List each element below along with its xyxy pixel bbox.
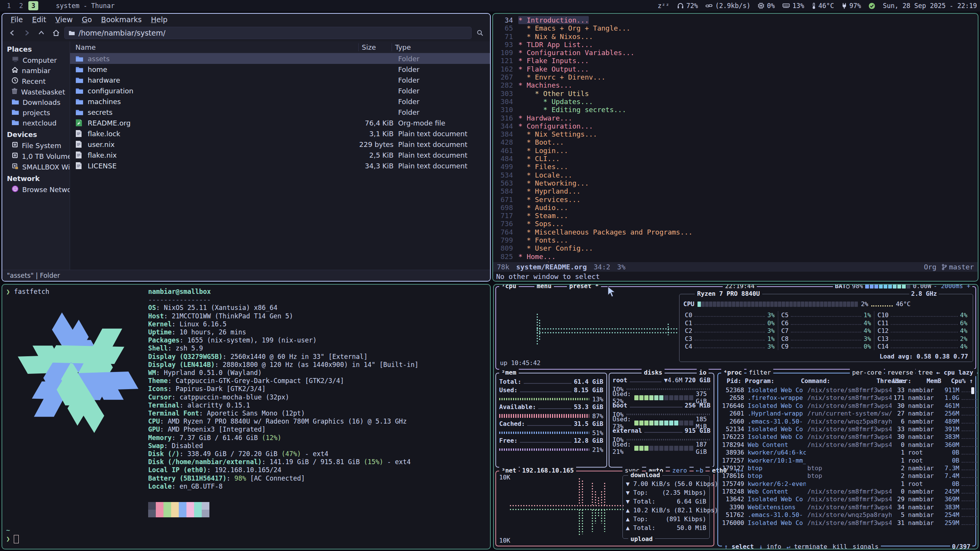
palette-swatch bbox=[194, 502, 202, 510]
path-bar[interactable]: /home/nambiar/system/ bbox=[64, 27, 472, 39]
col-command[interactable]: Command: bbox=[801, 377, 877, 385]
tab-mem[interactable]: ²mem bbox=[499, 369, 519, 376]
file-row-assets[interactable]: assetsFolder bbox=[70, 53, 490, 64]
tab-preset[interactable]: preset * bbox=[567, 284, 601, 290]
mem-meter-row: 87% bbox=[499, 412, 603, 420]
process-row-52134[interactable]: 52134Isolated Web Co/nix/store/sm8fmrf3w… bbox=[720, 425, 970, 433]
process-row-38936[interactable]: 38936kworker/u64:6-kc1root0B0.0 bbox=[720, 449, 970, 456]
file-row-LICENSE[interactable]: LICENSE34,3 KiBPlain text document bbox=[70, 160, 490, 171]
meter-block bbox=[732, 302, 735, 307]
sidebar-item-computer[interactable]: Computer bbox=[2, 55, 70, 65]
forward-button[interactable] bbox=[21, 27, 33, 39]
column-name[interactable]: Name bbox=[70, 43, 358, 51]
process-row-13642[interactable]: 13642Isolated Web Co/nix/store/sm8fmrf3w… bbox=[720, 496, 970, 503]
sidebar-item-1-0-tb-volume[interactable]: 1,0 TB Volume bbox=[2, 151, 70, 161]
process-row-2601[interactable]: 2601.Hyprland-wrapp/run/current-system/s… bbox=[720, 410, 970, 417]
menu-go[interactable]: Go bbox=[78, 15, 96, 24]
workspace-2[interactable]: 2 bbox=[16, 1, 26, 10]
process-row-178616[interactable]: 178616btopbtop2nambiar7.4M0.0 bbox=[720, 472, 970, 480]
menu-bookmarks[interactable]: Bookmarks bbox=[97, 15, 145, 24]
process-row-175749[interactable]: 175749kworker/6:2-even1root0B0.0 bbox=[720, 480, 970, 488]
tab-reverse[interactable]: reverse bbox=[885, 369, 915, 376]
file-row-README.org[interactable]: README.org76,4 KiBOrg-mode file bbox=[70, 117, 490, 128]
file-row-secrets[interactable]: secretsFolder bbox=[70, 107, 490, 117]
footer-select[interactable]: ↑ select bbox=[724, 543, 754, 549]
fastfetch-label: Shell bbox=[148, 344, 168, 352]
sidebar-item-projects[interactable]: projects bbox=[2, 108, 70, 118]
colon: : bbox=[180, 401, 187, 409]
process-row-179127[interactable]: 179127btopbtop2nambiar7.3M0.0 bbox=[720, 465, 970, 472]
file-row-home[interactable]: homeFolder bbox=[70, 64, 490, 75]
col-memb[interactable]: MemB bbox=[924, 377, 941, 385]
col-pid[interactable]: Pid: bbox=[720, 377, 742, 385]
col-threads[interactable]: Threads: bbox=[877, 377, 890, 385]
process-row-176223[interactable]: 176223Isolated Web Co/nix/store/sm8fmrf3… bbox=[720, 433, 970, 441]
process-row-178294[interactable]: 178294Web Content/nix/store/sm8fmrf3wps4… bbox=[720, 441, 970, 449]
cpu-status: 0% bbox=[758, 2, 774, 10]
proc-scrollbar[interactable] bbox=[971, 387, 974, 394]
file-row-configuration[interactable]: configurationFolder bbox=[70, 85, 490, 96]
sidebar-item-downloads[interactable]: Downloads bbox=[2, 97, 70, 108]
menu-file[interactable]: File bbox=[7, 15, 27, 24]
meter-block bbox=[763, 302, 766, 307]
menu-help[interactable]: Help bbox=[147, 15, 171, 24]
tab-proc[interactable]: ⁴proc bbox=[721, 369, 744, 376]
proc-command: /run/current-system/sw/ bbox=[807, 410, 892, 417]
workspace-1[interactable]: 1 bbox=[4, 1, 14, 10]
sidebar-item-nextcloud[interactable]: nextcloud bbox=[2, 118, 70, 128]
workspace-3[interactable]: 3 bbox=[28, 1, 38, 10]
process-row-177257[interactable]: 177257kworker/10:1-mm_1root0B0.0 bbox=[720, 457, 970, 465]
tab-tree[interactable]: tree bbox=[916, 369, 935, 376]
file-row-flake.nix[interactable]: flake.nix2,5 KiBPlain text document bbox=[70, 150, 490, 160]
file-row-flake.lock[interactable]: flake.lock3,1 KiBPlain text document bbox=[70, 128, 490, 139]
tab-cpu[interactable]: ¹cpu bbox=[499, 284, 519, 290]
footer-signals[interactable]: signals bbox=[853, 543, 878, 549]
process-row-176646[interactable]: 176646Isolated Web Co/nix/store/sm8fmrf3… bbox=[720, 402, 970, 410]
sidebar-item-file-system[interactable]: File System bbox=[2, 140, 70, 151]
footer-terminate[interactable]: ↵ terminate bbox=[787, 543, 827, 549]
tab-net[interactable]: ³net bbox=[499, 467, 519, 474]
process-row-176000[interactable]: 176000Isolated Web Co/nix/store/sm8fmrf3… bbox=[720, 519, 970, 527]
back-button[interactable] bbox=[6, 27, 18, 39]
tab-io[interactable]: io bbox=[697, 369, 709, 376]
process-row-52368[interactable]: 52368Isolated Web Co/nix/store/sm8fmrf3w… bbox=[720, 386, 970, 394]
tab-menu[interactable]: menu bbox=[534, 284, 554, 290]
net-tab-b[interactable]: ←b bbox=[694, 467, 706, 474]
col-program[interactable]: Program: bbox=[745, 377, 799, 385]
process-row-2660[interactable]: 2660.emacs-31.0.50-/nix/store/wnqz5pa8ra… bbox=[720, 418, 970, 425]
home-button[interactable] bbox=[50, 27, 62, 39]
sidebar-item-wastebasket[interactable]: Wastebasket bbox=[2, 86, 70, 97]
process-row-2658[interactable]: 2658.firefox-wrappe/nix/store/sm8fmrf3wp… bbox=[720, 394, 970, 402]
tab-sort[interactable]: ← cpu lazy → bbox=[934, 369, 978, 376]
column-headers[interactable]: Name Size Type bbox=[70, 41, 490, 53]
process-row-3390[interactable]: 3390WebExtensions/nix/store/sm8fmrf3wps4… bbox=[720, 504, 970, 511]
menu-edit[interactable]: Edit bbox=[28, 15, 50, 24]
column-type[interactable]: Type bbox=[392, 43, 490, 51]
process-row-178248[interactable]: 178248Web Content/nix/store/sm8fmrf3wps4… bbox=[720, 488, 970, 496]
file-row-machines[interactable]: machinesFolder bbox=[70, 96, 490, 107]
file-row-hardware[interactable]: hardwareFolder bbox=[70, 75, 490, 85]
sidebar-item-nambiar[interactable]: nambiar bbox=[2, 65, 70, 76]
text-cursor[interactable] bbox=[14, 535, 19, 543]
footer-info[interactable]: ↓ info bbox=[759, 543, 781, 549]
proc-threads: 0 bbox=[892, 488, 905, 496]
net-tab-zero[interactable]: zero bbox=[670, 467, 689, 474]
file-row-user.nix[interactable]: user.nix229 bytesPlain text document bbox=[70, 139, 490, 150]
search-icon[interactable] bbox=[474, 27, 486, 39]
footer-kill[interactable]: kill bbox=[833, 543, 848, 549]
column-size[interactable]: Size bbox=[358, 43, 392, 51]
col-user[interactable]: User: bbox=[893, 377, 924, 385]
tab-filter[interactable]: filter bbox=[746, 369, 773, 376]
menu-view[interactable]: View bbox=[52, 15, 77, 24]
sidebar-item-smallbox-wi-[interactable]: SMALLBOX Wi... bbox=[2, 161, 70, 172]
col-cpu[interactable]: Cpu% ↑ bbox=[941, 377, 973, 385]
process-row-51762[interactable]: 51762.emacs-31.0.50-/nix/store/wnqz5pa8r… bbox=[720, 511, 970, 519]
org-line-34: 34* Introduction... bbox=[493, 16, 978, 24]
sidebar-item-recent[interactable]: Recent bbox=[2, 76, 70, 86]
core-meter bbox=[791, 324, 861, 325]
tab-per-core[interactable]: per-core bbox=[850, 369, 884, 376]
up-button[interactable] bbox=[35, 27, 47, 39]
upload-label: upload bbox=[628, 535, 655, 543]
sidebar-item-browse-network[interactable]: Browse Network bbox=[2, 184, 70, 195]
cpu-icon bbox=[758, 3, 764, 9]
